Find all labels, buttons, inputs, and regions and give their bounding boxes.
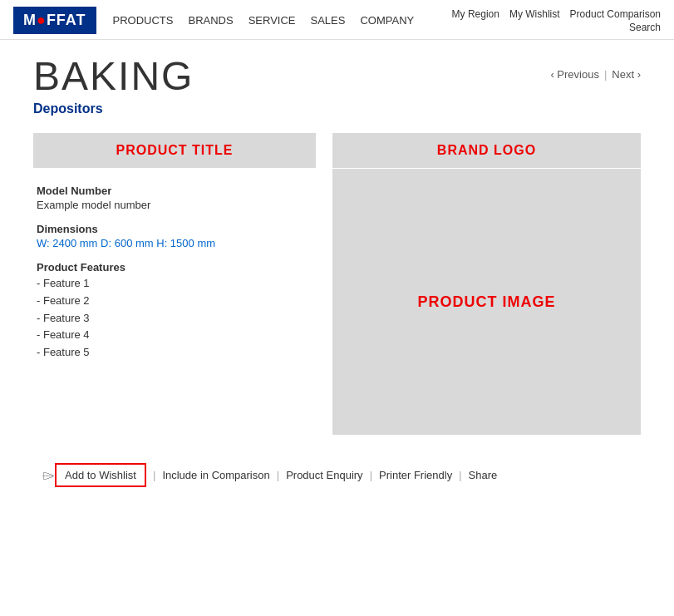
brand-logo-box: BRAND LOGO xyxy=(332,133,641,168)
prev-next-nav: ‹ Previous | Next › xyxy=(550,68,641,81)
brand-logo-placeholder: BRAND LOGO xyxy=(437,143,536,157)
page-title: BAKING xyxy=(33,57,194,96)
model-number-section: Model Number Example model number xyxy=(37,185,312,211)
add-to-wishlist-button[interactable]: Add to Wishlist xyxy=(55,463,146,487)
separator-3: | xyxy=(370,469,372,481)
product-layout: PRODUCT TITLE Model Number Example model… xyxy=(33,133,641,435)
list-item: - Feature 2 xyxy=(37,293,312,310)
product-details: Model Number Example model number Dimens… xyxy=(33,185,316,362)
top-links: My Region My Wishlist Product Comparison xyxy=(452,8,661,20)
product-right-column: BRAND LOGO PRODUCT IMAGE xyxy=(332,133,641,435)
page-subtitle: Depositors xyxy=(33,101,641,116)
product-image-box: PRODUCT IMAGE xyxy=(332,169,641,435)
product-title-box: PRODUCT TITLE xyxy=(33,133,316,168)
dimensions-section: Dimensions W: 2400 mm D: 600 mm H: 1500 … xyxy=(37,223,312,249)
features-label: Product Features xyxy=(37,261,312,274)
my-wishlist-link[interactable]: My Wishlist xyxy=(509,8,560,20)
main-navigation: PRODUCTS BRANDS SERVICE SALES COMPANY xyxy=(113,14,415,27)
product-image-placeholder: PRODUCT IMAGE xyxy=(418,293,556,311)
pin-icon: ⌲ xyxy=(42,468,55,483)
list-item: - Feature 4 xyxy=(37,327,312,344)
share-link[interactable]: Share xyxy=(469,469,498,481)
separator-1: | xyxy=(153,469,155,481)
nav-brands[interactable]: BRANDS xyxy=(188,14,233,27)
prev-next-separator: | xyxy=(604,68,607,81)
include-comparison-link[interactable]: Include in Comparison xyxy=(162,469,269,481)
logo-text: M●FFAT xyxy=(23,12,86,28)
product-enquiry-link[interactable]: Product Enquiry xyxy=(286,469,363,481)
dimensions-label: Dimensions xyxy=(37,223,312,235)
separator-4: | xyxy=(459,469,461,481)
site-logo[interactable]: M●FFAT xyxy=(13,7,96,34)
nav-company[interactable]: COMPANY xyxy=(360,14,414,27)
action-bar: ⌲ Add to Wishlist | Include in Compariso… xyxy=(33,451,641,495)
my-region-link[interactable]: My Region xyxy=(452,8,499,20)
product-left-column: PRODUCT TITLE Model Number Example model… xyxy=(33,133,316,435)
logo-and-nav: M●FFAT PRODUCTS BRANDS SERVICE SALES COM… xyxy=(13,7,414,34)
model-number-label: Model Number xyxy=(37,185,312,197)
list-item: - Feature 1 xyxy=(37,275,312,293)
nav-service[interactable]: SERVICE xyxy=(248,14,296,27)
search-link[interactable]: Search xyxy=(629,22,661,33)
model-number-value: Example model number xyxy=(37,199,312,211)
site-header: M●FFAT PRODUCTS BRANDS SERVICE SALES COM… xyxy=(0,0,674,40)
list-item: - Feature 5 xyxy=(37,344,312,362)
features-section: Product Features - Feature 1 - Feature 2… xyxy=(37,261,312,362)
features-list: - Feature 1 - Feature 2 - Feature 3 - Fe… xyxy=(37,275,312,362)
top-right-area: My Region My Wishlist Product Comparison… xyxy=(452,8,661,33)
nav-products[interactable]: PRODUCTS xyxy=(113,14,174,27)
printer-friendly-link[interactable]: Printer Friendly xyxy=(379,469,452,481)
next-link[interactable]: Next › xyxy=(612,68,641,81)
previous-link[interactable]: ‹ Previous xyxy=(550,68,599,81)
nav-sales[interactable]: SALES xyxy=(311,14,346,27)
page-header-row: BAKING ‹ Previous | Next › xyxy=(33,57,641,96)
page-content: BAKING ‹ Previous | Next › Depositors PR… xyxy=(0,40,674,512)
list-item: - Feature 3 xyxy=(37,310,312,328)
product-comparison-link[interactable]: Product Comparison xyxy=(570,8,661,20)
separator-2: | xyxy=(277,469,279,481)
product-title-placeholder: PRODUCT TITLE xyxy=(116,143,234,157)
dimensions-value: W: 2400 mm D: 600 mm H: 1500 mm xyxy=(37,237,312,249)
